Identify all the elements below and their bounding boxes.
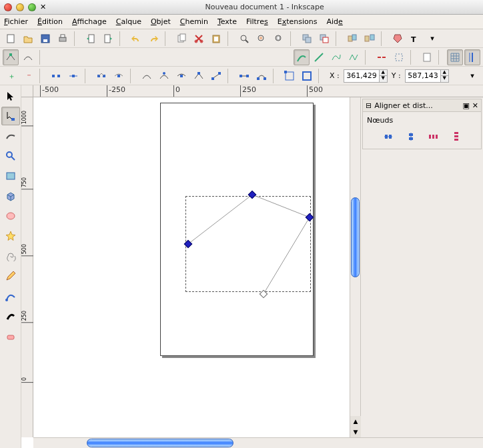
join-nodes-cusp-button[interactable]: [3, 49, 19, 65]
scrollbar-thumb[interactable]: [351, 197, 360, 277]
menu-view[interactable]: Affichage: [72, 17, 107, 26]
convert-object-button[interactable]: [208, 68, 224, 84]
insert-node-button[interactable]: ＋: [3, 68, 19, 84]
zoom-selection-button[interactable]: [236, 31, 252, 47]
star-tool[interactable]: [1, 227, 20, 245]
fill-stroke-button[interactable]: [390, 31, 406, 47]
scroll-up-arrow[interactable]: ▲: [350, 416, 361, 427]
export-button[interactable]: [100, 31, 116, 47]
align-nodes-v-button[interactable]: [403, 129, 419, 145]
toolbar-overflow-button[interactable]: ▾: [464, 68, 480, 84]
zoom-tool[interactable]: [1, 147, 20, 165]
drawn-path[interactable]: [33, 97, 350, 431]
bezier-mode-sequence-button[interactable]: [346, 49, 362, 65]
object-props-button[interactable]: [419, 49, 435, 65]
bezier-mode-spiro-button[interactable]: [294, 49, 310, 65]
join-path-button[interactable]: [391, 49, 407, 65]
spiral-tool[interactable]: [1, 247, 20, 265]
node-line-to-curve-button[interactable]: [254, 68, 270, 84]
node-auto-button[interactable]: [191, 68, 207, 84]
menu-help[interactable]: Aide: [326, 17, 342, 26]
join-node-button[interactable]: [65, 68, 81, 84]
rectangle-tool[interactable]: [1, 167, 20, 185]
window-close-button[interactable]: [4, 3, 12, 11]
pencil-tool[interactable]: [1, 267, 20, 285]
svg-point-54: [7, 152, 12, 157]
panel-close-button[interactable]: ✕: [472, 101, 478, 110]
node-tool[interactable]: [1, 107, 20, 125]
horizontal-ruler[interactable]: -500 -250 0 250 500: [21, 85, 483, 97]
menu-object[interactable]: Objet: [151, 17, 171, 26]
clone-button[interactable]: [299, 31, 315, 47]
object-to-path-button[interactable]: [282, 68, 298, 84]
menu-path[interactable]: Chemin: [180, 17, 208, 26]
menu-filters[interactable]: Filtres: [246, 17, 268, 26]
undo-button[interactable]: [128, 31, 144, 47]
horizontal-scrollbar[interactable]: [33, 437, 483, 448]
svg-rect-0: [7, 35, 14, 43]
x-coord-input[interactable]: ▲▼: [344, 69, 388, 83]
node-options-toolbar: ＋ － X : ▲▼ Y : ▲▼ ▾: [0, 67, 483, 85]
distribute-nodes-h-button[interactable]: [426, 129, 442, 145]
selector-tool[interactable]: [1, 87, 20, 105]
window-minimize-button[interactable]: [16, 3, 24, 11]
save-button[interactable]: [37, 31, 53, 47]
paste-button[interactable]: [208, 31, 224, 47]
join-nodes-smooth-button[interactable]: [20, 49, 36, 65]
zoom-drawing-button[interactable]: [254, 31, 270, 47]
scrollbar-thumb[interactable]: [87, 439, 233, 447]
stroke-to-path-button[interactable]: [299, 68, 315, 84]
open-button[interactable]: [20, 31, 36, 47]
window-zoom-button[interactable]: [28, 3, 36, 11]
break-path-button[interactable]: [374, 49, 390, 65]
ellipse-tool[interactable]: [1, 207, 20, 225]
drawing-canvas[interactable]: [33, 97, 350, 437]
new-document-button[interactable]: [3, 31, 19, 47]
menu-edit[interactable]: Édition: [37, 17, 63, 26]
redo-button[interactable]: [145, 31, 161, 47]
tweak-tool[interactable]: [1, 127, 20, 145]
bezier-tool[interactable]: [1, 287, 20, 305]
copy-button[interactable]: [173, 31, 189, 47]
menu-file[interactable]: Fichier: [4, 17, 28, 26]
vertical-ruler[interactable]: 1000 750 500 250 0: [21, 97, 33, 437]
calligraphy-tool[interactable]: [1, 307, 20, 325]
node-type-smooth-button[interactable]: [111, 68, 127, 84]
svg-rect-25: [365, 36, 369, 41]
box3d-tool[interactable]: [1, 187, 20, 205]
panel-undock-button[interactable]: ▣: [462, 101, 469, 110]
bezier-mode-paraxial-button[interactable]: [328, 49, 344, 65]
distribute-nodes-v-button[interactable]: [448, 129, 464, 145]
ruler-tick: 250: [240, 85, 256, 97]
svg-rect-53: [11, 118, 15, 121]
text-tool-button[interactable]: T: [407, 31, 423, 47]
menu-layer[interactable]: Calque: [116, 17, 141, 26]
svg-rect-20: [306, 37, 311, 43]
segment-line-button[interactable]: [139, 68, 155, 84]
ungroup-button[interactable]: [362, 31, 378, 47]
menu-text[interactable]: Texte: [217, 17, 237, 26]
zoom-page-button[interactable]: [271, 31, 287, 47]
segment-curve-button[interactable]: [156, 68, 172, 84]
break-node-button[interactable]: [48, 68, 64, 84]
group-button[interactable]: [344, 31, 360, 47]
show-grid-button[interactable]: [447, 49, 463, 65]
node-curve-to-line-button[interactable]: [236, 68, 252, 84]
cut-button[interactable]: [191, 31, 207, 47]
eraser-tool[interactable]: [1, 327, 20, 345]
menu-extensions[interactable]: Extensions: [278, 17, 318, 26]
import-button[interactable]: [83, 31, 99, 47]
toolbar-menu-button[interactable]: ▾: [424, 31, 440, 47]
unlink-clone-button[interactable]: [316, 31, 332, 47]
scroll-down-arrow[interactable]: ▼: [350, 427, 361, 437]
print-button[interactable]: [55, 31, 71, 47]
y-coord-input[interactable]: ▲▼: [405, 69, 449, 83]
node-symmetric-button[interactable]: [173, 68, 189, 84]
delete-node-button[interactable]: －: [20, 68, 36, 84]
bezier-mode-line-button[interactable]: [311, 49, 327, 65]
svg-line-14: [246, 40, 248, 43]
show-guides-button[interactable]: [464, 49, 480, 65]
vertical-scrollbar[interactable]: ▲ ▼: [350, 97, 360, 437]
align-nodes-h-button[interactable]: [380, 129, 396, 145]
node-type-cusp-button[interactable]: [93, 68, 109, 84]
